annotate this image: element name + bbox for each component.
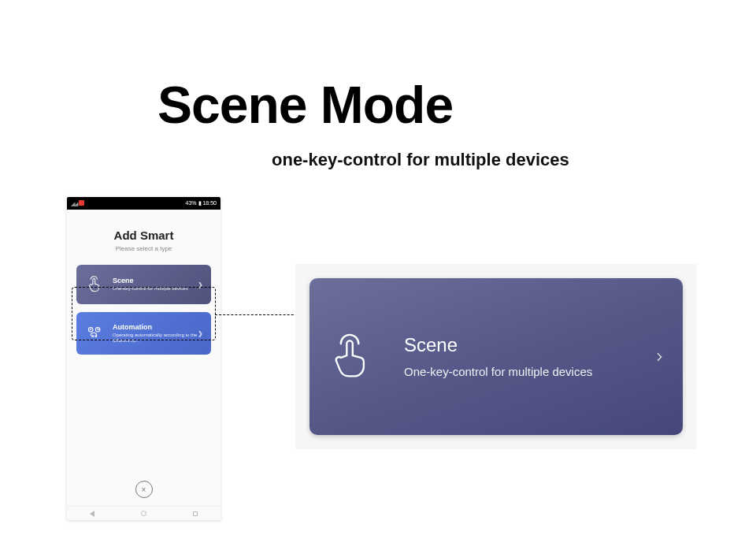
status-bar: ◢◢ 43% ▮ 18:50	[67, 197, 220, 210]
chevron-right-icon: ❯	[198, 281, 203, 288]
battery-icon: ▮	[198, 200, 202, 206]
page-title: Scene Mode	[158, 75, 453, 135]
scene-card-desc: One-key-control for multiple devices	[113, 286, 198, 292]
status-red-box-icon	[79, 200, 84, 206]
battery-text: 43%	[186, 200, 197, 206]
close-button[interactable]: ×	[135, 481, 153, 498]
close-icon: ×	[142, 485, 146, 494]
phone-mockup: ◢◢ 43% ▮ 18:50 Add Smart Please select a…	[67, 197, 220, 520]
time-text: 18:50	[202, 200, 217, 206]
screen-subtitle: Please select a type	[67, 245, 220, 252]
scene-card-label: Scene	[113, 277, 198, 284]
detail-card-wrap: Scene One-key-control for multiple devic…	[295, 264, 697, 449]
status-left: ◢◢	[71, 200, 84, 207]
tap-icon	[86, 276, 106, 293]
nav-recent-icon[interactable]	[193, 511, 198, 516]
status-right: 43% ▮ 18:50	[186, 200, 217, 206]
chevron-right-icon	[653, 351, 665, 363]
page-subtitle: one-key-control for multiple devices	[272, 150, 569, 170]
screen-title: Add Smart	[67, 229, 220, 242]
detail-card-desc: One-key-control for multiple devices	[404, 364, 609, 380]
tap-icon	[327, 333, 382, 381]
automation-card[interactable]: Automation Operating automatically accor…	[76, 312, 211, 355]
chevron-right-icon: ❯	[198, 330, 203, 337]
signal-icon: ◢◢	[71, 201, 77, 206]
scene-card[interactable]: Scene One-key-control for multiple devic…	[76, 265, 211, 304]
nav-home-icon[interactable]	[141, 511, 146, 516]
scene-detail-card[interactable]: Scene One-key-control for multiple devic…	[309, 278, 683, 435]
nav-back-icon[interactable]	[90, 511, 94, 517]
automation-card-desc: Operating automatically according to the…	[113, 333, 198, 344]
automation-icon	[86, 325, 106, 342]
callout-connector	[215, 314, 306, 315]
detail-card-title: Scene	[404, 334, 653, 356]
automation-card-label: Automation	[113, 323, 198, 331]
android-navbar	[67, 506, 220, 520]
